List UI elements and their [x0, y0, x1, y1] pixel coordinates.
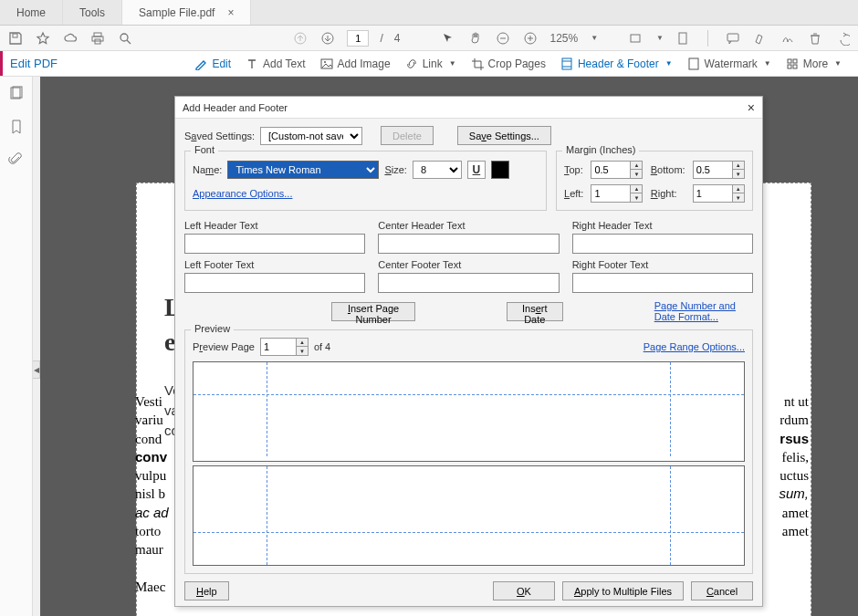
page-number-input[interactable]	[347, 30, 369, 47]
page-range-options-link[interactable]: Page Range Options...	[644, 341, 745, 352]
tab-home[interactable]: Home	[0, 0, 63, 25]
margin-top-label: Top:	[564, 164, 583, 175]
chevron-down-icon[interactable]: ▼	[591, 34, 598, 42]
insert-page-number-button[interactable]: Insert Page Number	[331, 302, 415, 321]
bookmarks-icon[interactable]	[8, 119, 25, 135]
more-button[interactable]: More▼	[779, 57, 849, 70]
insert-date-button[interactable]: Insert Date	[507, 302, 563, 321]
svg-point-17	[324, 61, 326, 63]
preview-page-label: Preview Page	[193, 341, 255, 352]
right-footer-input[interactable]	[572, 273, 753, 293]
close-icon[interactable]: ×	[227, 6, 234, 19]
page-down-icon[interactable]	[319, 30, 336, 47]
add-text-button[interactable]: Add Text	[238, 57, 312, 70]
attachments-icon[interactable]	[8, 151, 25, 168]
dialog-title: Add Header and Footer	[183, 102, 288, 113]
saved-settings-label: Saved Settings:	[184, 131, 255, 141]
watermark-button[interactable]: Watermark▼	[680, 57, 779, 70]
tab-file-label: Sample File.pdf	[139, 6, 214, 19]
header-footer-button[interactable]: Header & Footer▼	[553, 57, 680, 70]
svg-point-4	[120, 34, 128, 41]
crop-pages-button[interactable]: Crop Pages	[464, 57, 553, 70]
center-header-input[interactable]	[378, 234, 559, 254]
hand-icon[interactable]	[467, 30, 484, 47]
page-up-icon[interactable]	[292, 30, 309, 47]
fit-page-icon[interactable]	[675, 30, 691, 47]
font-size-label: Size:	[384, 164, 406, 175]
thumbnails-icon[interactable]	[8, 86, 25, 102]
cloud-icon[interactable]	[62, 30, 78, 47]
spinner[interactable]: ▲▼	[733, 161, 745, 179]
sign-icon[interactable]	[780, 30, 796, 47]
zoom-out-icon[interactable]	[495, 30, 511, 47]
left-footer-input[interactable]	[184, 273, 365, 293]
watermark-icon	[687, 57, 700, 70]
preview-header-pane	[193, 361, 745, 462]
preview-page-input[interactable]	[260, 338, 297, 356]
appearance-options-link[interactable]: Appearance Options...	[193, 188, 292, 199]
star-icon[interactable]	[35, 30, 51, 47]
chevron-down-icon: ▼	[764, 59, 771, 68]
undo-icon[interactable]	[834, 30, 851, 47]
fit-width-icon[interactable]	[627, 30, 644, 47]
edit-button[interactable]: Edit	[187, 57, 238, 70]
center-footer-label: Center Footer Text	[378, 259, 559, 270]
margin-bottom-label: Bottom:	[651, 164, 685, 175]
left-header-input[interactable]	[184, 234, 365, 254]
comment-icon[interactable]	[725, 30, 741, 47]
add-image-button[interactable]: Add Image	[313, 57, 398, 70]
apply-multiple-button[interactable]: Apply to Multiple Files	[562, 581, 684, 600]
margin-right-input[interactable]	[693, 184, 733, 203]
right-header-input[interactable]	[572, 234, 753, 254]
doc-text-right-sliver: nt utrdumrsusfelis,uctussum,ametamet	[763, 392, 809, 540]
help-button[interactable]: Help	[184, 581, 229, 600]
center-footer-input[interactable]	[378, 273, 559, 293]
doc-text-left-sliver: Vestivariucondconvvulpunisl bac adtortom…	[135, 392, 175, 596]
add-header-footer-dialog: Add Header and Footer × Saved Settings: …	[174, 96, 763, 607]
chevron-down-icon: ▼	[665, 59, 673, 68]
svg-rect-22	[788, 59, 791, 63]
font-size-select[interactable]: 8	[413, 161, 462, 179]
chevron-down-icon[interactable]: ▼	[656, 34, 664, 42]
left-sidebar	[0, 77, 33, 616]
more-icon	[786, 57, 799, 70]
tab-file[interactable]: Sample File.pdf ×	[122, 0, 251, 25]
saved-settings-select[interactable]: [Custom-not saved]	[260, 127, 362, 145]
link-button[interactable]: Link▼	[398, 57, 464, 70]
chevron-down-icon: ▼	[449, 59, 456, 68]
search-icon[interactable]	[117, 30, 133, 47]
svg-rect-25	[793, 65, 797, 68]
spinner[interactable]: ▲▼	[631, 161, 643, 179]
ok-button[interactable]: OK	[493, 581, 555, 600]
delete-button[interactable]: Delete	[381, 126, 434, 145]
close-icon[interactable]: ×	[748, 100, 755, 115]
spinner[interactable]: ▲▼	[631, 184, 643, 203]
preview-of-label: of 4	[314, 341, 330, 352]
margin-left-input[interactable]	[591, 184, 631, 203]
cancel-button[interactable]: Cancel	[691, 581, 753, 600]
highlight-icon[interactable]	[752, 30, 769, 47]
edit-pdf-title: Edit PDF	[0, 51, 58, 76]
svg-rect-0	[13, 34, 17, 37]
sidebar-collapse-handle[interactable]: ◀	[33, 360, 40, 379]
print-icon[interactable]	[89, 30, 106, 47]
zoom-in-icon[interactable]	[522, 30, 539, 47]
spinner[interactable]: ▲▼	[297, 338, 309, 356]
font-section: Font Name: Times New Roman Size: 8 U App…	[184, 151, 547, 211]
svg-rect-13	[631, 35, 640, 42]
tab-tools[interactable]: Tools	[63, 0, 122, 25]
margin-bottom-input[interactable]	[693, 161, 733, 179]
save-icon[interactable]	[7, 30, 24, 47]
save-settings-button[interactable]: Save Settings...	[457, 126, 551, 145]
image-icon	[320, 57, 333, 70]
spinner[interactable]: ▲▼	[733, 184, 745, 203]
trash-icon[interactable]	[807, 30, 823, 47]
dialog-titlebar[interactable]: Add Header and Footer ×	[175, 97, 762, 119]
pointer-icon[interactable]	[440, 30, 456, 47]
font-name-select[interactable]: Times New Roman	[227, 161, 379, 179]
zoom-level[interactable]: 125%	[549, 32, 578, 45]
underline-button[interactable]: U	[467, 161, 486, 179]
page-number-date-format-link[interactable]: Page Number and Date Format...	[654, 300, 753, 322]
margin-top-input[interactable]	[591, 161, 631, 179]
font-color-swatch[interactable]	[491, 161, 509, 179]
